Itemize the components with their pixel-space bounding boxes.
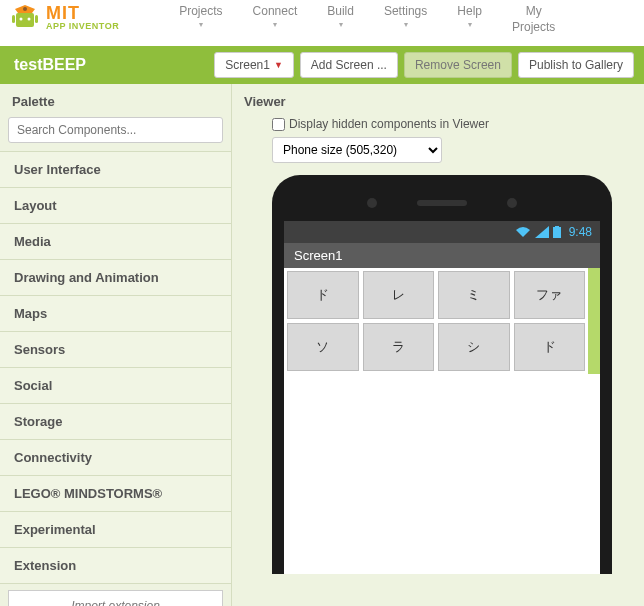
viewer-title: Viewer	[232, 84, 644, 117]
tone-button[interactable]: ド	[514, 323, 586, 371]
svg-point-2	[28, 17, 31, 20]
menu-build-label: Build	[327, 4, 354, 18]
svg-point-5	[23, 7, 27, 11]
palette-category[interactable]: Media	[0, 224, 231, 260]
menu-connect[interactable]: Connect▾	[253, 4, 298, 35]
menu-settings-label: Settings	[384, 4, 427, 18]
selection-highlight	[588, 268, 600, 374]
palette-category[interactable]: LEGO® MINDSTORMS®	[0, 476, 231, 512]
menu-build[interactable]: Build▾	[327, 4, 354, 35]
status-bar: 9:48	[284, 221, 600, 243]
phone-sensor-icon	[367, 198, 377, 208]
project-name: testBEEP	[10, 56, 86, 74]
extension-box: Import extension ♫ KIO4_Tone ? ✕	[8, 590, 223, 606]
import-extension-link[interactable]: Import extension	[17, 597, 214, 606]
tone-button[interactable]: シ	[438, 323, 510, 371]
palette-panel: Palette User Interface Layout Media Draw…	[0, 84, 232, 606]
svg-rect-3	[12, 15, 15, 23]
logo: MIT APP INVENTOR	[10, 4, 119, 31]
project-bar: testBEEP Screen1▼ Add Screen ... Remove …	[0, 46, 644, 84]
svg-rect-0	[16, 13, 34, 27]
caret-down-icon: ▾	[253, 20, 298, 30]
tone-button[interactable]: ファ	[514, 271, 586, 319]
logo-icon	[10, 5, 40, 31]
tone-button[interactable]: ソ	[287, 323, 359, 371]
caret-down-icon: ▾	[384, 20, 427, 30]
caret-down-icon: ▾	[327, 20, 354, 30]
menu-projects[interactable]: Projects▾	[179, 4, 222, 35]
screen-empty-area	[284, 374, 600, 574]
phone-frame: 9:48 Screen1 ド レ ミ ファ ソ ラ シ	[272, 175, 612, 574]
tone-button[interactable]: ド	[287, 271, 359, 319]
project-bar-controls: Screen1▼ Add Screen ... Remove Screen Pu…	[214, 52, 634, 78]
app-title-bar: Screen1	[284, 243, 600, 268]
battery-icon	[553, 226, 561, 238]
phone-top	[284, 185, 600, 221]
palette-categories: User Interface Layout Media Drawing and …	[0, 151, 231, 584]
palette-category[interactable]: Extension	[0, 548, 231, 584]
screen-selector[interactable]: Screen1▼	[214, 52, 294, 78]
svg-rect-6	[553, 227, 561, 238]
caret-down-icon: ▾	[457, 20, 482, 30]
palette-category[interactable]: Drawing and Animation	[0, 260, 231, 296]
screen-selector-label: Screen1	[225, 58, 270, 72]
svg-rect-7	[555, 226, 559, 228]
menu-help[interactable]: Help▾	[457, 4, 482, 35]
remove-screen-button[interactable]: Remove Screen	[404, 52, 512, 78]
palette-category[interactable]: Maps	[0, 296, 231, 332]
menu-my-projects[interactable]: My Projects	[512, 4, 555, 35]
main-area: Palette User Interface Layout Media Draw…	[0, 84, 644, 606]
tone-button[interactable]: レ	[363, 271, 435, 319]
menu-settings[interactable]: Settings▾	[384, 4, 427, 35]
viewer-options: Display hidden components in Viewer Phon…	[272, 117, 632, 163]
palette-category[interactable]: User Interface	[0, 152, 231, 188]
menu-help-label: Help	[457, 4, 482, 18]
tone-button[interactable]: ラ	[363, 323, 435, 371]
palette-category[interactable]: Storage	[0, 404, 231, 440]
signal-icon	[535, 226, 549, 238]
palette-category[interactable]: Sensors	[0, 332, 231, 368]
tone-button-grid: ド レ ミ ファ ソ ラ シ ド	[284, 268, 588, 374]
phone-speaker-icon	[417, 200, 467, 206]
palette-category[interactable]: Experimental	[0, 512, 231, 548]
phone-camera-icon	[507, 198, 517, 208]
caret-down-icon: ▾	[179, 20, 222, 30]
viewer-panel: Viewer Display hidden components in View…	[232, 84, 644, 606]
display-hidden-label: Display hidden components in Viewer	[289, 117, 489, 131]
publish-gallery-button[interactable]: Publish to Gallery	[518, 52, 634, 78]
wifi-icon	[515, 226, 531, 238]
palette-category[interactable]: Layout	[0, 188, 231, 224]
status-time: 9:48	[569, 225, 592, 239]
caret-down-icon: ▼	[274, 60, 283, 70]
palette-title: Palette	[0, 84, 231, 117]
palette-category[interactable]: Social	[0, 368, 231, 404]
menu-my-projects-label: My Projects	[512, 4, 555, 34]
svg-rect-4	[35, 15, 38, 23]
logo-text: MIT APP INVENTOR	[46, 4, 119, 31]
menu-projects-label: Projects	[179, 4, 222, 18]
phone-size-select[interactable]: Phone size (505,320)	[272, 137, 442, 163]
logo-subtitle: APP INVENTOR	[46, 22, 119, 31]
display-hidden-checkbox-row[interactable]: Display hidden components in Viewer	[272, 117, 632, 131]
logo-mit: MIT	[46, 4, 119, 22]
display-hidden-checkbox[interactable]	[272, 118, 285, 131]
search-input[interactable]	[8, 117, 223, 143]
add-screen-button[interactable]: Add Screen ...	[300, 52, 398, 78]
top-menu-bar: MIT APP INVENTOR Projects▾ Connect▾ Buil…	[0, 0, 644, 46]
menu-connect-label: Connect	[253, 4, 298, 18]
main-menu: Projects▾ Connect▾ Build▾ Settings▾ Help…	[179, 4, 555, 35]
palette-category[interactable]: Connectivity	[0, 440, 231, 476]
phone-screen: 9:48 Screen1 ド レ ミ ファ ソ ラ シ	[284, 221, 600, 574]
tone-button[interactable]: ミ	[438, 271, 510, 319]
svg-point-1	[20, 17, 23, 20]
